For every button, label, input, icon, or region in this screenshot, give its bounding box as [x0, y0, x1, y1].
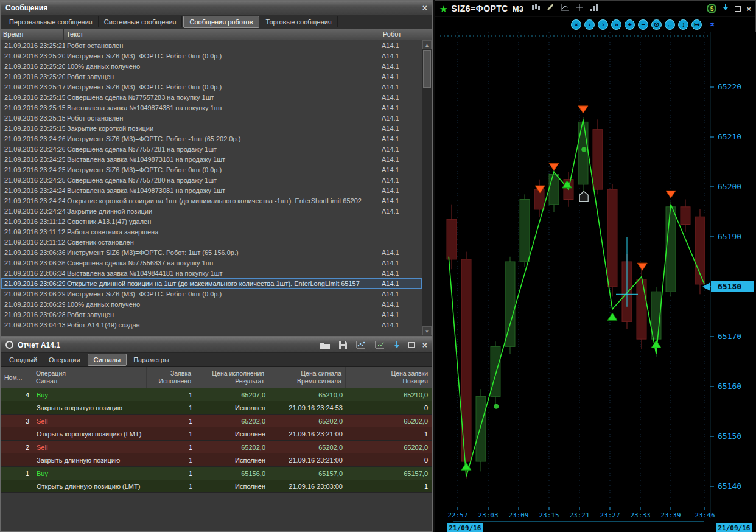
scroll-up-chevron-icon[interactable]: »	[707, 22, 716, 27]
report-tab-3[interactable]: Сигналы	[88, 354, 127, 366]
indicator-dot	[581, 147, 586, 152]
messages-tab-2[interactable]: Системные сообщения	[99, 16, 183, 27]
message-row[interactable]: 21.09.2016 23:25:15Робот остановленA14.1	[1, 113, 422, 123]
signal-row-detail[interactable]: Закрыть длинную позицию1Исполнен21.09.16…	[1, 453, 432, 466]
message-row[interactable]: 21.09.2016 23:06:34Выставлена заявка №10…	[1, 268, 422, 278]
pencil-icon[interactable]	[546, 3, 555, 14]
message-row[interactable]: 21.09.2016 23:06:29Открытие длинной пози…	[1, 278, 422, 289]
report-tab-4[interactable]: Параметры	[128, 354, 175, 365]
fit-horizontal-button[interactable]: ↔	[665, 19, 675, 30]
report-titlebar[interactable]: Отчет A14.1 ×	[1, 337, 432, 353]
signal-row-detail[interactable]: Открыть длинную позицию (LMT)1Исполнен21…	[1, 480, 432, 492]
column-header-robot[interactable]: Робот	[380, 29, 432, 40]
zoom-out-button[interactable]: −	[638, 19, 648, 30]
execution-price: 65156,0	[196, 470, 269, 477]
signal-number: 4	[1, 391, 33, 399]
message-row[interactable]: 21.09.2016 23:06:29100% данных полученоA…	[1, 299, 422, 309]
message-row[interactable]: 21.09.2016 23:25:17Инструмент SiZ6 (M3)=…	[1, 82, 422, 92]
signal-row-detail[interactable]: Закрыть открытую позицию1Исполнен21.09.1…	[1, 401, 432, 414]
message-row[interactable]: 21.09.2016 23:11:12Советник A13.1(47) уд…	[1, 216, 422, 226]
message-row[interactable]: 21.09.2016 23:24:26Инструмент SiZ6 (M3)=…	[1, 133, 422, 144]
signal-row-main[interactable]: 1Buy165156,065157,065157,0	[1, 467, 432, 480]
messages-scrollbar[interactable]: ▲ ▼	[422, 40, 432, 335]
messages-tab-4[interactable]: Торговые сообщения	[261, 16, 338, 27]
sell-marker	[637, 263, 647, 270]
chart-titlebar[interactable]: ★ SIZ6=ФОРТС М3 $ ×	[435, 1, 755, 17]
message-robot: A14.1	[379, 52, 421, 60]
fast-backward-button[interactable]: «	[571, 19, 581, 30]
close-icon[interactable]: ×	[746, 4, 751, 13]
message-row[interactable]: 21.09.2016 23:04:13Робот A14.1(49) созда…	[1, 320, 422, 330]
candles-icon[interactable]	[531, 3, 541, 14]
message-row[interactable]: 21.09.2016 23:24:26Совершена сделка №775…	[1, 144, 422, 154]
zoom-window-button[interactable]: ⊙	[651, 19, 662, 30]
message-row[interactable]: 21.09.2016 23:25:20Робот запущенA14.1	[1, 71, 422, 82]
report-toolbar: ×	[319, 341, 427, 349]
favorite-star-icon[interactable]: ★	[439, 4, 447, 13]
step-forward-button[interactable]: ›	[598, 19, 608, 30]
message-row[interactable]: 21.09.2016 23:24:24Открытие короткой поз…	[1, 195, 422, 206]
column-header-qty[interactable]: ЗаявкаИсполнено	[147, 367, 195, 388]
signal-row-main[interactable]: 4Buy165207,065210,065210,0	[1, 388, 432, 401]
close-icon[interactable]: ×	[422, 341, 427, 349]
message-row[interactable]: 21.09.2016 23:24:25Совершена сделка №775…	[1, 175, 422, 185]
step-backward-button[interactable]: ‹	[584, 19, 595, 30]
message-row[interactable]: 21.09.2016 23:25:20Инструмент SiZ6 (M3)=…	[1, 51, 422, 61]
download-icon[interactable]	[393, 341, 401, 349]
message-row[interactable]: 21.09.2016 23:25:20100% данных полученоA…	[1, 61, 422, 71]
message-row[interactable]: 21.09.2016 23:25:15Закрытие короткой поз…	[1, 123, 422, 133]
column-header-exec-price[interactable]: Цена исполненияРезультат	[195, 367, 268, 388]
column-header-time[interactable]: Время	[1, 29, 64, 40]
message-row[interactable]: 21.09.2016 23:06:28Робот запущенA14.1	[1, 309, 422, 320]
message-row[interactable]: 21.09.2016 23:24:25Инструмент SiZ6 (M3)=…	[1, 164, 422, 175]
column-header-operation[interactable]: ОперацияСигнал	[32, 367, 147, 388]
fast-forward-button[interactable]: »	[611, 19, 621, 30]
column-header-signal-price[interactable]: Цена сигналаВремя сигнала	[268, 367, 346, 388]
message-row[interactable]: 21.09.2016 23:11:12Советник остановлен	[1, 237, 422, 247]
message-row[interactable]: 21.09.2016 23:11:12Работа советника заве…	[1, 226, 422, 237]
close-icon[interactable]: ×	[422, 4, 427, 12]
time-label: 23:27	[600, 511, 620, 519]
messages-tab-1[interactable]: Персональные сообщения	[4, 16, 99, 27]
buy-marker	[651, 340, 661, 348]
message-row[interactable]: 21.09.2016 23:25:21Робот остановленA14.1	[1, 40, 422, 51]
message-time: 21.09.2016 23:11:12	[2, 228, 65, 236]
folder-icon[interactable]	[319, 341, 331, 349]
histogram-icon[interactable]	[589, 3, 598, 14]
chart-canvas[interactable]: 6522065210652006519065180651706516065150…	[435, 32, 756, 532]
messages-tab-3[interactable]: Сообщения роботов	[183, 16, 259, 28]
report-tab-2[interactable]: Операции	[43, 354, 86, 365]
column-header-text[interactable]: Текст	[64, 29, 380, 40]
report-tab-1[interactable]: Сводный	[4, 354, 43, 365]
equity-chart-icon[interactable]	[355, 341, 366, 349]
scroll-up-icon[interactable]: ▲	[422, 40, 432, 49]
message-row[interactable]: 21.09.2016 23:06:29Инструмент SiZ6 (M3)=…	[1, 289, 422, 299]
go-to-end-button[interactable]: ↦	[691, 19, 702, 30]
save-icon[interactable]	[338, 341, 348, 349]
signal-row-main[interactable]: 3Sell165202,065202,065202,0	[1, 415, 432, 427]
message-row[interactable]: 21.09.2016 23:06:36Инструмент SiZ6 (M3)=…	[1, 247, 422, 257]
chart-arrow-icon[interactable]	[560, 3, 570, 14]
message-robot: A14.1	[379, 321, 421, 329]
signal-row-detail[interactable]: Открыть короткую позицию (LMT)1Исполнен2…	[1, 427, 432, 440]
download-icon[interactable]	[722, 3, 729, 14]
dollar-icon[interactable]: $	[707, 4, 716, 13]
maximize-icon[interactable]	[735, 6, 741, 12]
message-row[interactable]: 21.09.2016 23:06:36Совершена сделка №775…	[1, 257, 422, 268]
message-row[interactable]: 21.09.2016 23:24:24Выставлена заявка №10…	[1, 185, 422, 195]
column-header-order-price[interactable]: Цена заявкиПозиция	[346, 367, 432, 388]
column-header-number[interactable]: Ном...	[1, 367, 32, 388]
crosshair-icon[interactable]	[575, 3, 584, 14]
scroll-down-icon[interactable]: ▼	[422, 326, 432, 335]
message-row[interactable]: 21.09.2016 23:24:24Закрытие длинной пози…	[1, 206, 422, 216]
maximize-icon[interactable]	[408, 342, 415, 348]
fit-vertical-button[interactable]: ↕	[678, 19, 688, 30]
zoom-in-button[interactable]: +	[625, 19, 635, 30]
message-row[interactable]: 21.09.2016 23:25:15Совершена сделка №775…	[1, 92, 422, 102]
messages-titlebar[interactable]: Сообщения ×	[1, 1, 432, 15]
signal-row-main[interactable]: 2Sell165202,065202,065202,0	[1, 441, 432, 453]
message-row[interactable]: 21.09.2016 23:25:15Выставлена заявка №10…	[1, 102, 422, 113]
line-chart-icon[interactable]	[374, 341, 385, 349]
scrollbar-thumb[interactable]	[423, 50, 431, 88]
message-row[interactable]: 21.09.2016 23:24:25Выставлена заявка №10…	[1, 154, 422, 164]
